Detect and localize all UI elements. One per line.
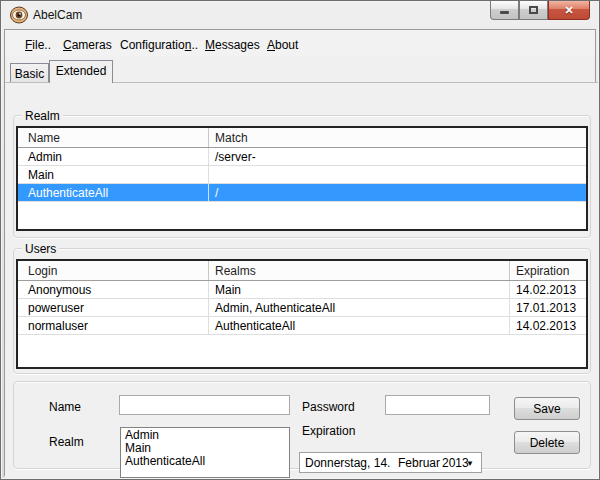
- menu-cameras[interactable]: Cameras: [59, 36, 116, 54]
- column-divider: [509, 299, 510, 316]
- tab-basic[interactable]: Basic: [10, 63, 49, 82]
- maximize-icon: [529, 6, 538, 14]
- close-button[interactable]: ✕: [548, 1, 590, 20]
- column-divider: [208, 317, 209, 334]
- menu-configuration[interactable]: Configuration..: [116, 36, 202, 54]
- users-table-header[interactable]: Login Realms Expiration: [18, 261, 586, 281]
- menu-file[interactable]: File..: [21, 36, 55, 54]
- column-header-realms[interactable]: Realms: [215, 264, 256, 278]
- delete-button[interactable]: Delete: [514, 431, 580, 454]
- menu-about[interactable]: About: [263, 36, 302, 54]
- realm-label: Realm: [49, 435, 84, 449]
- menu-bar: File.. Cameras Configuration.. Messages …: [5, 30, 595, 56]
- cell-match: /: [215, 186, 218, 200]
- cell-login: Anonymous: [28, 283, 91, 297]
- dropdown-arrow-icon[interactable]: ▼: [466, 459, 474, 468]
- eye-icon: [10, 6, 28, 24]
- maximize-button[interactable]: [519, 1, 548, 20]
- realm-row-admin[interactable]: Admin /server-: [18, 148, 586, 166]
- client-area: File.. Cameras Configuration.. Messages …: [4, 29, 596, 476]
- users-group-title: Users: [22, 242, 59, 256]
- minimize-button[interactable]: [490, 1, 519, 20]
- name-input[interactable]: [119, 395, 290, 415]
- date-year-segment[interactable]: 2013: [442, 456, 469, 470]
- name-label: Name: [49, 400, 81, 414]
- realm-table[interactable]: Name Match Admin /server- Main Authentic…: [16, 126, 588, 231]
- tab-extended[interactable]: Extended: [49, 60, 113, 83]
- user-row-anonymous[interactable]: Anonymous Main 14.02.2013: [18, 281, 586, 299]
- window-title: AbelCam: [33, 8, 82, 22]
- expiration-label: Expiration: [302, 424, 355, 438]
- realm-listbox[interactable]: Admin Main AuthenticateAll: [120, 427, 290, 478]
- column-divider: [208, 184, 209, 201]
- column-divider: [509, 317, 510, 334]
- column-header-match[interactable]: Match: [215, 131, 248, 145]
- realm-table-header[interactable]: Name Match: [18, 128, 586, 148]
- cell-realms: AuthenticateAll: [215, 319, 295, 333]
- cell-name: Admin: [28, 150, 62, 164]
- password-input[interactable]: [385, 395, 490, 415]
- column-divider: [208, 281, 209, 298]
- column-header-name[interactable]: Name: [28, 131, 60, 145]
- realm-row-main[interactable]: Main: [18, 166, 586, 184]
- user-row-poweruser[interactable]: poweruser Admin, AuthenticateAll 17.01.2…: [18, 299, 586, 317]
- column-divider: [509, 281, 510, 298]
- title-bar[interactable]: AbelCam ✕: [1, 1, 599, 29]
- column-divider: [208, 299, 209, 316]
- password-label: Password: [302, 400, 355, 414]
- cell-name: AuthenticateAll: [28, 186, 108, 200]
- cell-login: poweruser: [28, 301, 84, 315]
- app-window: AbelCam ✕ File.. Cameras Configuration..…: [0, 0, 600, 480]
- realm-group-title: Realm: [22, 109, 63, 123]
- cell-match: /server-: [215, 150, 256, 164]
- users-table[interactable]: Login Realms Expiration Anonymous Main 1…: [16, 259, 588, 369]
- column-divider: [208, 128, 209, 147]
- cell-expiration: 17.01.2013: [516, 301, 576, 315]
- expiration-datepicker[interactable]: Donnerstag, 14. Februar 2013 ▼: [299, 452, 482, 473]
- column-header-login[interactable]: Login: [28, 264, 57, 278]
- minimize-icon: [500, 11, 509, 14]
- save-button[interactable]: Save: [514, 397, 580, 420]
- realm-row-authenticateall[interactable]: AuthenticateAll /: [18, 184, 586, 202]
- cell-realms: Main: [215, 283, 241, 297]
- date-month-segment[interactable]: Februar: [398, 456, 440, 470]
- cell-expiration: 14.02.2013: [516, 283, 576, 297]
- cell-login: normaluser: [28, 319, 88, 333]
- cell-realms: Admin, AuthenticateAll: [215, 301, 335, 315]
- user-row-normaluser[interactable]: normaluser AuthenticateAll 14.02.2013: [18, 317, 586, 335]
- tab-page-extended: Realm Name Match Admin /server- Main: [5, 82, 598, 478]
- column-divider: [208, 261, 209, 280]
- date-day-segment[interactable]: Donnerstag, 14.: [305, 456, 390, 470]
- cell-expiration: 14.02.2013: [516, 319, 576, 333]
- realm-option-authenticateall[interactable]: AuthenticateAll: [121, 455, 289, 468]
- column-header-expiration[interactable]: Expiration: [516, 264, 569, 278]
- menu-messages[interactable]: Messages: [201, 36, 264, 54]
- column-divider: [208, 166, 209, 183]
- column-divider: [509, 261, 510, 280]
- close-icon: ✕: [564, 4, 573, 17]
- column-divider: [208, 148, 209, 165]
- cell-name: Main: [28, 168, 54, 182]
